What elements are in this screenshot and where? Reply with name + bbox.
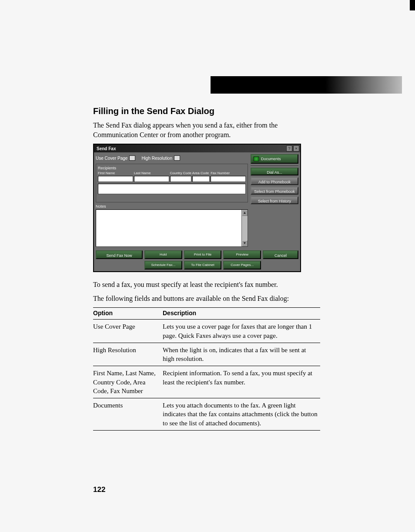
description-cell: Recipient information. To send a fax, yo… [163,366,320,398]
option-cell: Documents [93,398,163,431]
area-code-input[interactable] [192,176,210,182]
top-options-row: Use Cover Page High Resolution [96,154,248,162]
high-resolution-label: High Resolution [141,156,172,161]
first-name-field: First Name [98,171,133,182]
table-row: Documents Lets you attach documents to t… [93,398,320,431]
notes-scrollbar[interactable]: ▲ ▼ [241,210,248,246]
help-icon[interactable]: ? [286,145,292,152]
table-row: High Resolution When the light is on, in… [93,343,320,366]
documents-button[interactable]: Documents [251,154,298,164]
description-cell: Lets you attach documents to the fax. A … [163,398,320,431]
fax-number-input[interactable] [211,176,246,182]
country-code-field: Country Code [170,171,191,182]
table-header-description: Description [163,308,320,320]
options-table: Option Description Use Cover Page Lets y… [93,307,320,431]
option-cell: High Resolution [93,343,163,366]
dialog-title: Send Fax [95,146,285,151]
recipients-listbox[interactable] [98,184,246,194]
cancel-button[interactable]: Cancel [263,250,298,259]
notes-label: Notes [96,204,248,209]
last-name-input[interactable] [134,176,169,182]
dial-as-button[interactable]: Dial As... [251,168,298,175]
description-cell: When the light is on, indicates that a f… [163,343,320,366]
dialog-right-column: Documents Dial As... Add to Phonebook Se… [251,154,298,247]
page-content: Filling in the Send Fax Dialog The Send … [93,106,320,431]
send-fax-dialog: Send Fax ? × Use Cover Page High Resolut… [93,144,301,272]
close-icon[interactable]: × [293,145,299,152]
table-row: First Name, Last Name, Country Code, Are… [93,366,320,398]
country-code-input[interactable] [170,176,191,182]
high-resolution-checkbox[interactable] [174,155,180,161]
page-number: 122 [93,485,105,494]
high-resolution-option[interactable]: High Resolution [141,155,180,161]
preview-button[interactable]: Preview [223,250,261,259]
last-name-field: Last Name [134,171,169,182]
col-hold-schedule: Hold Schedule Fax... [144,250,182,269]
add-phonebook-button[interactable]: Add to Phonebook [251,177,298,185]
first-name-label: First Name [98,171,133,175]
schedule-fax-button[interactable]: Schedule Fax... [144,261,182,269]
dialog-body: Use Cover Page High Resolution Recipient… [94,152,300,249]
first-name-input[interactable] [98,176,133,182]
last-name-label: Last Name [134,171,169,175]
recipient-fields: First Name Last Name Country Code A [98,171,246,182]
documents-button-label: Documents [261,157,281,161]
description-cell: Lets you use a cover page for faxes that… [163,320,320,343]
hold-button[interactable]: Hold [144,250,182,259]
after-dialog-text-1: To send a fax, you must specify at least… [93,280,320,290]
after-dialog-text-2: The following fields and buttons are ava… [93,294,320,303]
fax-number-field: Fax Number [211,171,246,182]
area-code-label: Area Code [192,171,210,175]
use-cover-page-option[interactable]: Use Cover Page [96,155,135,161]
separator [251,165,298,166]
select-phonebook-button[interactable]: Select from Phonebook [251,187,298,195]
col-preview-cover: Preview Cover Pages... [223,250,261,269]
option-cell: First Name, Last Name, Country Code, Are… [93,366,163,398]
notes-textarea[interactable]: ▲ ▼ [96,209,248,247]
fax-number-label: Fax Number [211,171,246,175]
table-row: Use Cover Page Lets you use a cover page… [93,320,320,343]
section-heading: Filling in the Send Fax Dialog [93,106,320,116]
scroll-up-icon[interactable]: ▲ [242,210,248,216]
option-cell: Use Cover Page [93,320,163,343]
cover-pages-button[interactable]: Cover Pages... [223,261,261,269]
area-code-field: Area Code [192,171,210,182]
scroll-down-icon[interactable]: ▼ [242,240,248,246]
recipients-group: Recipients First Name Last Name Country … [96,164,248,202]
scan-edge-mark [410,0,415,10]
dialog-left-column: Use Cover Page High Resolution Recipient… [96,154,248,247]
table-header-option: Option [93,308,163,320]
country-code-label: Country Code [170,171,191,175]
send-fax-now-button[interactable]: Send Fax Now [96,250,143,259]
documents-indicator-icon [253,156,259,162]
use-cover-page-label: Use Cover Page [96,156,127,161]
col-print-filecab: Print to File To File Cabinet [184,250,222,269]
intro-paragraph: The Send Fax dialog appears when you sen… [93,121,320,139]
header-decorative-strip [211,76,402,94]
recipients-label: Recipients [98,166,246,170]
use-cover-page-checkbox[interactable] [129,155,135,161]
print-to-file-button[interactable]: Print to File [184,250,222,259]
dialog-bottom-bar: Send Fax Now Hold Schedule Fax... Print … [94,249,300,271]
to-file-cabinet-button[interactable]: To File Cabinet [184,261,222,269]
dialog-titlebar: Send Fax ? × [94,145,300,152]
select-history-button[interactable]: Select from History [251,196,298,204]
